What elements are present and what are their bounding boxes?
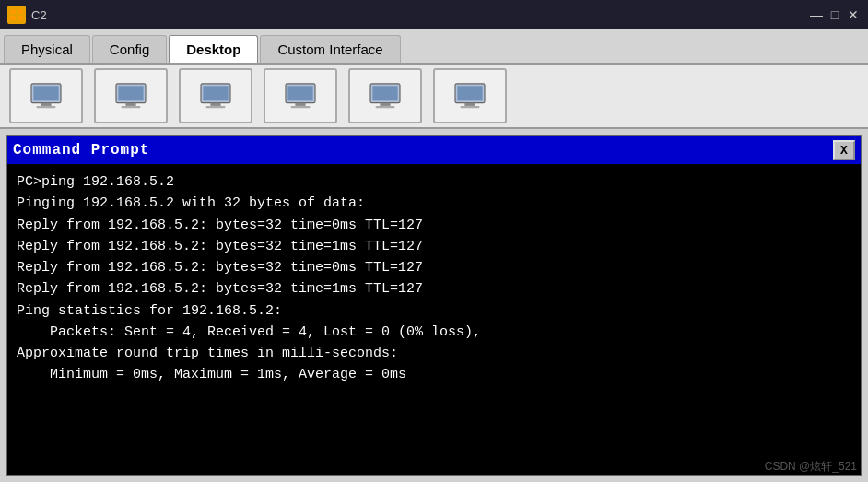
cmd-line: Reply from 192.168.5.2: bytes=32 time=0m…: [17, 215, 851, 236]
cmd-close-button[interactable]: X: [833, 140, 855, 160]
svg-rect-13: [203, 86, 228, 100]
tab-custom-interface[interactable]: Custom Interface: [260, 35, 400, 63]
device-icon-3[interactable]: [179, 68, 252, 123]
svg-rect-0: [10, 9, 16, 14]
cmd-line: Reply from 192.168.5.2: bytes=32 time=1m…: [17, 236, 851, 257]
svg-rect-3: [18, 16, 23, 20]
tab-bar: PhysicalConfigDesktopCustom Interface: [0, 29, 868, 65]
title-bar-left: C2: [7, 6, 47, 24]
device-icon-1[interactable]: [9, 68, 83, 123]
svg-rect-18: [295, 102, 305, 105]
cmd-line: Reply from 192.168.5.2: bytes=32 time=1m…: [17, 278, 851, 300]
main-area: Command Prompt X PC>ping 192.168.5.2Ping…: [0, 129, 868, 482]
title-bar-controls: — □ ✕: [809, 7, 861, 22]
svg-rect-21: [372, 86, 397, 100]
minimize-button[interactable]: —: [809, 7, 824, 22]
tab-desktop[interactable]: Desktop: [169, 35, 258, 63]
cmd-line: Reply from 192.168.5.2: bytes=32 time=0m…: [17, 257, 851, 278]
svg-rect-10: [125, 102, 135, 105]
svg-rect-11: [122, 105, 141, 107]
title-bar-title: C2: [31, 8, 47, 22]
svg-rect-25: [457, 86, 482, 100]
cmd-title-text: Command Prompt: [13, 142, 149, 159]
svg-rect-14: [210, 102, 220, 105]
svg-rect-26: [464, 102, 475, 105]
maximize-button[interactable]: □: [827, 7, 842, 22]
title-bar: C2 — □ ✕: [0, 0, 868, 29]
tab-config[interactable]: Config: [92, 35, 167, 63]
cmd-window: Command Prompt X PC>ping 192.168.5.2Ping…: [6, 135, 862, 476]
cmd-line: Approximate round trip times in milli-se…: [17, 343, 851, 364]
svg-rect-17: [287, 86, 312, 100]
svg-rect-15: [206, 105, 226, 107]
svg-rect-9: [118, 86, 143, 100]
icon-strip: [0, 65, 868, 129]
cmd-line: Ping statistics for 192.168.5.2:: [17, 300, 851, 322]
cmd-line: Minimum = 0ms, Maximum = 1ms, Average = …: [17, 364, 851, 385]
device-icon-5[interactable]: [348, 68, 422, 123]
watermark: CSDN @炫轩_521: [765, 459, 857, 475]
svg-rect-1: [18, 9, 23, 14]
cmd-title-bar: Command Prompt X: [7, 136, 861, 164]
svg-rect-27: [461, 105, 480, 107]
app-icon: [7, 6, 26, 24]
svg-rect-6: [41, 102, 51, 105]
cmd-line: Packets: Sent = 4, Received = 4, Lost = …: [17, 322, 851, 343]
svg-rect-5: [33, 86, 58, 100]
device-icon-6[interactable]: [433, 68, 507, 123]
tab-physical[interactable]: Physical: [4, 35, 90, 63]
cmd-body: PC>ping 192.168.5.2Pinging 192.168.5.2 w…: [7, 164, 861, 475]
cmd-line: PC>ping 192.168.5.2: [17, 171, 851, 193]
svg-rect-7: [37, 105, 56, 107]
svg-rect-2: [10, 16, 16, 20]
close-button[interactable]: ✕: [846, 7, 861, 22]
device-icon-2[interactable]: [94, 68, 168, 123]
cmd-line: Pinging 192.168.5.2 with 32 bytes of dat…: [17, 193, 851, 214]
svg-rect-22: [380, 102, 390, 105]
device-icon-4[interactable]: [264, 68, 337, 123]
svg-rect-19: [291, 105, 311, 107]
svg-rect-23: [376, 105, 395, 107]
